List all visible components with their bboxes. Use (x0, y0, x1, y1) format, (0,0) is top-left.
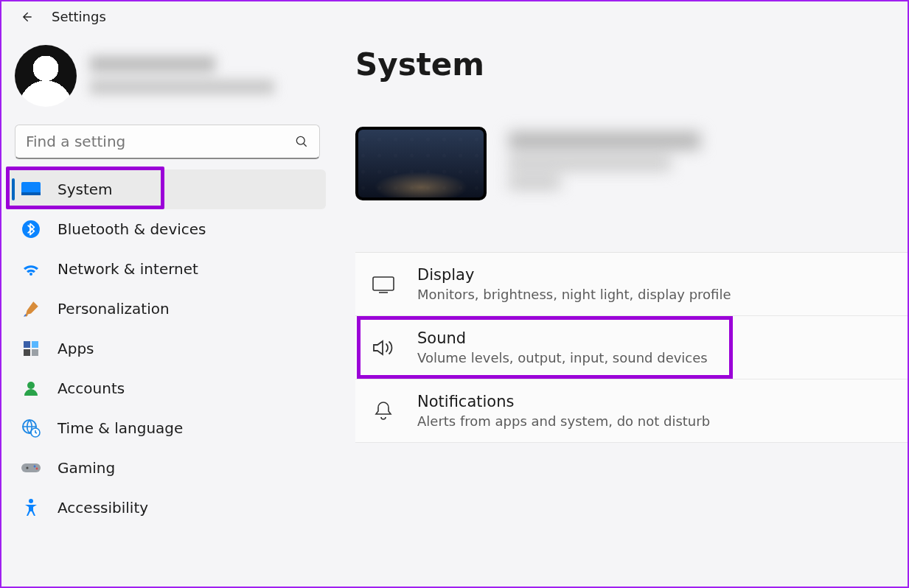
search-input[interactable] (26, 133, 294, 150)
sidebar-item-bluetooth[interactable]: Bluetooth & devices (9, 209, 326, 249)
sidebar-item-apps[interactable]: Apps (9, 329, 326, 368)
setting-subtitle: Alerts from apps and system, do not dist… (417, 413, 710, 429)
setting-title: Notifications (417, 393, 710, 410)
sidebar-item-label: Accessibility (58, 499, 148, 517)
sidebar-item-label: Personalization (58, 300, 170, 318)
sidebar-item-system[interactable]: System (9, 169, 326, 209)
setting-item-notifications[interactable]: Notifications Alerts from apps and syste… (355, 379, 908, 443)
sidebar-item-label: Time & language (58, 419, 183, 437)
account-name-redacted (90, 52, 289, 100)
apps-icon (21, 338, 41, 359)
gamepad-icon (21, 458, 41, 478)
setting-item-display[interactable]: Display Monitors, brightness, night ligh… (355, 253, 908, 316)
setting-subtitle: Monitors, brightness, night light, displ… (417, 287, 731, 302)
accessibility-icon (21, 497, 41, 518)
sidebar-item-network[interactable]: Network & internet (9, 249, 326, 289)
brush-icon (21, 298, 41, 319)
svg-point-12 (26, 466, 28, 469)
setting-title: Sound (417, 329, 708, 347)
svg-rect-16 (373, 277, 394, 290)
bluetooth-icon (21, 219, 41, 239)
monitor-icon (370, 275, 397, 294)
sidebar-item-label: Network & internet (58, 260, 198, 278)
avatar (15, 45, 77, 107)
setting-title: Display (417, 266, 731, 284)
app-title: Settings (52, 9, 106, 24)
globe-clock-icon (21, 418, 41, 438)
svg-point-8 (27, 382, 35, 389)
setting-item-sound[interactable]: Sound Volume levels, output, input, soun… (355, 316, 908, 379)
svg-rect-5 (32, 341, 38, 348)
svg-rect-6 (24, 349, 30, 356)
setting-subtitle: Volume levels, output, input, sound devi… (417, 350, 708, 365)
sidebar-item-label: Gaming (58, 459, 115, 477)
sidebar: System Bluetooth & devices Network & int… (1, 32, 333, 528)
device-name-redacted (509, 130, 730, 197)
page-title: System (355, 46, 908, 83)
search-input-wrapper[interactable] (15, 125, 320, 159)
sidebar-item-label: System (58, 181, 113, 198)
svg-rect-2 (21, 192, 41, 195)
wifi-icon (21, 259, 41, 279)
svg-rect-7 (32, 349, 38, 356)
device-wallpaper-thumb (355, 127, 487, 200)
svg-point-3 (22, 220, 40, 238)
bell-icon (370, 400, 397, 422)
back-button[interactable] (19, 10, 34, 24)
sidebar-item-label: Bluetooth & devices (58, 220, 206, 238)
sidebar-item-accessibility[interactable]: Accessibility (9, 488, 326, 528)
svg-point-13 (34, 466, 36, 468)
svg-rect-11 (21, 463, 41, 472)
sidebar-item-label: Apps (58, 340, 94, 357)
device-summary[interactable] (355, 127, 908, 200)
main-content: System Display Monitors, brightness, nig… (333, 32, 908, 528)
settings-list: Display Monitors, brightness, night ligh… (355, 252, 908, 443)
svg-point-0 (296, 136, 304, 144)
speaker-icon (370, 337, 397, 358)
sidebar-item-accounts[interactable]: Accounts (9, 368, 326, 408)
svg-point-15 (29, 499, 33, 503)
account-block[interactable] (9, 39, 326, 125)
display-icon (21, 179, 41, 200)
sidebar-item-time-language[interactable]: Time & language (9, 408, 326, 448)
sidebar-item-personalization[interactable]: Personalization (9, 289, 326, 329)
sidebar-item-label: Accounts (58, 379, 125, 397)
svg-point-14 (36, 468, 38, 470)
sidebar-item-gaming[interactable]: Gaming (9, 448, 326, 488)
search-icon (294, 134, 309, 149)
svg-rect-4 (24, 341, 30, 348)
sidebar-nav: System Bluetooth & devices Network & int… (9, 169, 326, 528)
person-icon (21, 378, 41, 399)
